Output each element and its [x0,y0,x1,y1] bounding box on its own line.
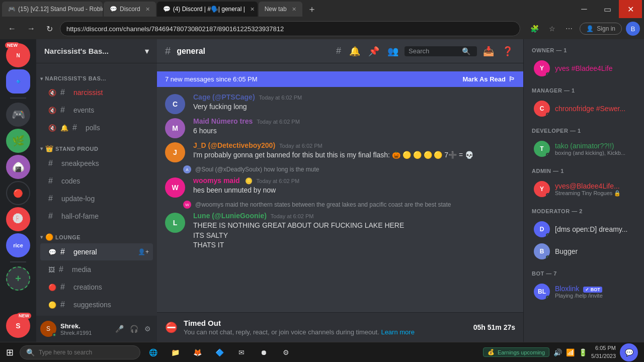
channel-update-log[interactable]: # update-log [40,190,153,207]
start-button[interactable]: ⊞ [2,347,18,358]
member-info-chronofridge: chronofridge #Sewer... [555,105,625,113]
category-standproud[interactable]: ▾ 👑 STAND PROUD [36,137,157,154]
close-button[interactable]: ✕ [619,0,642,18]
member-tako[interactable]: T tako (animator??!!) boxing (and kickin… [526,138,642,160]
forward-button[interactable]: → [23,22,39,35]
member-admin-yves[interactable]: Y yves@Bladee4Life... Streaming Tiny Rog… [526,178,642,200]
tab-close-new[interactable]: ✕ [292,6,296,13]
taskbar-clock[interactable]: 6:05 PM 5/31/2023 [591,344,616,360]
back-button[interactable]: ← [4,22,20,35]
category-lounge[interactable]: ▾ 🟠 LOUNGE [36,225,157,243]
settings-app-icon: ⚙ [283,348,289,356]
taskbar-app-mail[interactable]: ✉ [231,343,252,361]
tab-discord-general[interactable]: 💬 (4) Discord | #🗣️| general | ✕ [157,2,258,17]
mute-button[interactable]: 🎤 [113,323,126,335]
refresh-button[interactable]: ↻ [42,22,57,36]
channel-name-general: general [73,248,97,256]
member-name-dreamy: [dms open:D] dreamy... [555,225,627,233]
role-header-bot: BOT — 7 [524,270,644,281]
member-bugger[interactable]: B Bugger [526,240,642,262]
category-label-narcissist: NARCISSIST'S BAS... [45,75,107,81]
speaker-icon[interactable]: 🔊 [553,348,562,356]
taskbar-search[interactable]: 🔍 [20,345,140,359]
server-icon-add[interactable]: + [6,266,30,291]
server-icon-rice[interactable]: rice [6,233,30,257]
more-button[interactable]: ⋯ [562,23,576,35]
server-icon-standproud[interactable]: 🎮 [6,103,30,127]
tab-new[interactable]: New tab ✕ [259,2,302,17]
taskbar-search-input[interactable] [39,349,119,356]
channel-general[interactable]: 💬 # general 👤+ [40,243,153,260]
channel-suggestions[interactable]: 🟡 # suggestions [40,296,153,313]
new-tab-button[interactable]: ＋ [303,3,320,15]
author-maid: Maid Número tres [193,117,253,125]
notification-center-button[interactable]: 💬 [620,343,638,361]
channel-hall-of-fame[interactable]: # hall-of-fame [40,208,153,225]
channel-media[interactable]: 🖼 # media [40,261,153,278]
inbox-button[interactable]: 📥 [481,44,496,59]
role-header-moderator: MODERATOR — 2 [524,208,644,218]
taskbar-app-ie[interactable]: 🔷 [209,343,230,361]
taskbar-app-firefox[interactable]: 🦊 [187,343,208,361]
user-status-dot [52,333,56,337]
author-cage: Cage (@PTSCage) [193,93,255,101]
battery-icon[interactable]: 🔋 [579,348,587,356]
channel-polls[interactable]: 🔇 🔔 # polls [40,119,153,136]
member-name-chronofridge: chronofridge #Sewer... [555,105,625,113]
minimize-button[interactable]: ─ [573,0,596,18]
chat-bubble-icon: 💬 [625,348,633,356]
sign-in-button[interactable]: 👤 Sign in [580,23,622,35]
taskbar-app-settings[interactable]: ⚙ [275,343,296,361]
timeout-learn-more-link[interactable]: Learn more [381,328,414,336]
member-yves[interactable]: Y yves #Bladee4Life [526,57,642,79]
maximize-button[interactable]: ▭ [596,0,619,18]
server-icon-purple[interactable]: 🍙 [6,155,30,179]
server-header[interactable]: Narcissist's Bas... ▾ [36,39,157,63]
reply-avatar: A [183,165,191,173]
tab-label-discord1: Discord [120,6,140,13]
members-button[interactable]: 👥 [385,44,400,59]
channel-narcissist[interactable]: 🔇 # narcissist [40,84,153,101]
header-search[interactable]: 🔍 [405,46,477,56]
settings-button[interactable]: ⚙ [142,323,153,335]
hashtag-button[interactable]: # [334,44,343,58]
member-dreamy[interactable]: D [dms open:D] dreamy... [526,218,642,240]
pin-button[interactable]: 📌 [366,44,381,59]
member-bloxlink[interactable]: BL Bloxlink ✓ BOT Playing /help /invite [526,281,642,303]
network-icon[interactable]: 📶 [566,348,575,356]
channel-codes[interactable]: # codes [40,172,153,190]
member-status-bloxlink: Playing /help /invite [555,293,603,299]
server-icon-dark[interactable]: 🔴 [6,181,30,205]
channel-sneakpeeks[interactable]: # sneakpeeks [40,155,153,172]
deafen-button[interactable]: 🎧 [128,323,140,335]
tab-close-discord1[interactable]: ✕ [145,6,150,13]
messages-area[interactable]: 7 new messages since 6:05 PM Mark As Rea… [157,63,523,312]
channel-icon-general: # [60,247,69,256]
taskbar-app-explorer[interactable]: 📁 [165,343,186,361]
taskbar-app-browser[interactable]: 🌐 [142,343,164,361]
help-button[interactable]: ❓ [500,44,515,59]
server-icon-green[interactable]: 🌿 [6,129,30,153]
channel-creations[interactable]: 🔴 # creations [40,279,153,296]
earnings-widget[interactable]: 💰 Earnings upcoming [483,347,549,357]
tab-roblox[interactable]: 🎮 (15) [v2.12] Stand Proud - Roblox ✕ [2,2,103,17]
tab-close-general[interactable]: ✕ [250,6,255,13]
extensions-button[interactable]: 🧩 [527,23,542,35]
tab-discord1[interactable]: 💬 Discord ✕ [104,2,156,17]
mark-read-button[interactable]: Mark As Read 🏳 [463,75,516,83]
search-input[interactable] [409,47,459,55]
channel-events[interactable]: 🔇 # events [40,102,153,119]
member-chronofridge[interactable]: C chronofridge #Sewer... [526,98,642,120]
text-jd: I'm probably gonna get banned for this b… [193,150,515,160]
notify-button[interactable]: 🔔 [347,44,362,59]
category-narcissist[interactable]: ▾ NARCISSIST'S BAS... [36,67,157,83]
server-icon-roblox[interactable]: 🅡 [6,207,30,231]
favorites-button[interactable]: ☆ [546,23,558,35]
bing-button[interactable]: B [626,22,640,36]
url-bar[interactable]: https://discord.com/channels/78469478073… [60,21,520,36]
server-icon-new2[interactable]: NEW S [6,314,30,338]
status-bugger [546,255,550,259]
taskbar-app-obs[interactable]: ⏺ [253,343,274,361]
server-icon-new[interactable]: NEW N [6,43,30,67]
server-icon-discord[interactable]: 🔹 [6,69,30,94]
